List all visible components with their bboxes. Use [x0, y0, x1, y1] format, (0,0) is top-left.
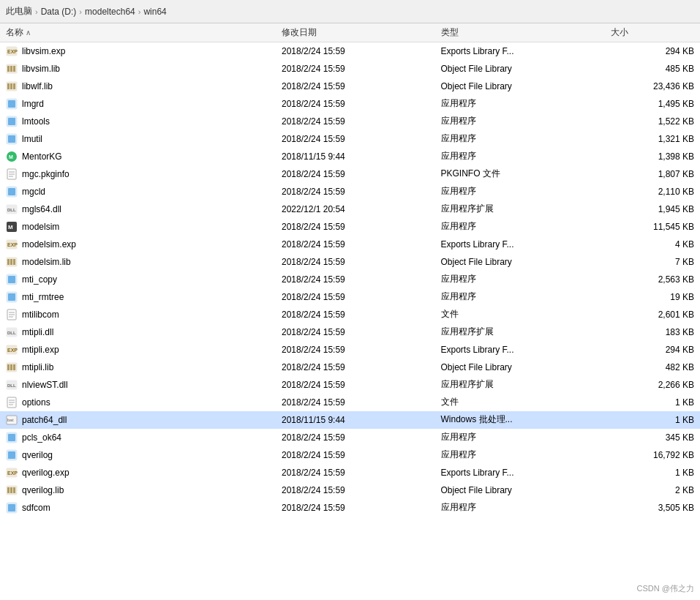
col-header-date[interactable]: 修改日期 [276, 23, 435, 42]
file-name: options [22, 397, 50, 408]
table-row[interactable]: sdfcom2018/2/24 15:59应用程序3,505 KB [0, 499, 700, 517]
file-date: 2018/2/24 15:59 [276, 323, 435, 341]
svg-text:DLL: DLL [7, 331, 16, 335]
table-row[interactable]: DLLmgls64.dll2022/12/1 20:54应用程序扩展1,945 … [0, 200, 700, 218]
file-name-cell: DLLnlviewST.dll [0, 376, 276, 394]
file-name-cell: mti_rmtree [0, 288, 276, 306]
file-type: 文件 [435, 394, 605, 411]
table-row[interactable]: modelsim.lib2018/2/24 15:59Object File L… [0, 253, 700, 271]
file-date: 2018/2/24 15:59 [276, 183, 435, 200]
file-size: 2,110 KB [605, 183, 701, 200]
table-row[interactable]: EXPlibvsim.exp2018/2/24 15:59Exports Lib… [0, 42, 700, 60]
col-header-size[interactable]: 大小 [605, 23, 701, 42]
table-row[interactable]: EXPqverilog.exp2018/2/24 15:59Exports Li… [0, 464, 700, 481]
breadcrumb-modeltech64[interactable]: modeltech64 [85, 7, 135, 17]
file-container: 名称 ∧ 修改日期 类型 大小 EXPlibvsim.exp2018/2/24 … [0, 23, 700, 580]
table-row[interactable]: MMentorKG2018/11/15 9:44应用程序1,398 KB [0, 148, 700, 165]
svg-rect-47 [7, 364, 10, 370]
file-size: 1,522 KB [605, 113, 701, 130]
svg-rect-37 [8, 293, 15, 301]
table-row[interactable]: pcls_ok642018/2/24 15:59应用程序345 KB [0, 429, 700, 446]
svg-rect-33 [13, 259, 15, 265]
table-row[interactable]: mgcld2018/2/24 15:59应用程序2,110 KB [0, 183, 700, 200]
file-name: mgls64.dll [22, 204, 61, 214]
file-date: 2018/2/24 15:59 [276, 341, 435, 359]
file-type: Object File Library [435, 78, 605, 95]
table-row[interactable]: mtipli.lib2018/2/24 15:59Object File Lib… [0, 359, 700, 376]
file-date: 2018/2/24 15:59 [276, 113, 435, 130]
file-name-cell: MMentorKG [0, 148, 276, 165]
table-row[interactable]: libvsim.lib2018/2/24 15:59Object File Li… [0, 60, 700, 78]
file-name: libvsim.lib [22, 64, 60, 74]
file-size: 1,945 KB [605, 200, 701, 218]
file-type: 应用程序 [435, 95, 605, 113]
svg-rect-69 [8, 504, 15, 511]
file-type: 应用程序扩展 [435, 376, 605, 394]
file-icon [6, 116, 18, 127]
file-type: Exports Library F... [435, 341, 605, 359]
table-row[interactable]: EXPmtipli.exp2018/2/24 15:59Exports Libr… [0, 341, 700, 359]
table-row[interactable]: lmtools2018/2/24 15:59应用程序1,522 KB [0, 113, 700, 130]
breadcrumb-win64[interactable]: win64 [143, 7, 166, 17]
file-name: lmutil [22, 134, 42, 144]
file-name-cell: lmtools [0, 113, 276, 130]
table-row[interactable]: Mmodelsim2018/2/24 15:59应用程序11,545 KB [0, 218, 700, 236]
file-name: mgcld [22, 187, 45, 197]
file-size: 1 KB [605, 464, 701, 481]
file-name-cell: libwlf.lib [0, 78, 276, 95]
file-date: 2022/12/1 20:54 [276, 200, 435, 218]
file-name-cell: DLLmgls64.dll [0, 200, 276, 218]
file-size: 1,495 KB [605, 95, 701, 113]
table-row[interactable]: mtilibcom2018/2/24 15:59文件2,601 KB [0, 306, 700, 323]
file-icon [6, 98, 18, 110]
file-type: Object File Library [435, 481, 605, 499]
file-name: MentorKG [22, 151, 62, 162]
file-name-cell: DLLmtipli.dll [0, 323, 276, 341]
file-name-cell: EXPmtipli.exp [0, 341, 276, 359]
file-type: 应用程序 [435, 271, 605, 288]
svg-text:EXP: EXP [7, 470, 18, 476]
file-date: 2018/2/24 15:59 [276, 429, 435, 446]
table-row[interactable]: qverilog2018/2/24 15:59应用程序16,792 KB [0, 446, 700, 464]
table-row[interactable]: EXPmodelsim.exp2018/2/24 15:59Exports Li… [0, 236, 700, 253]
file-name: qverilog.exp [22, 468, 69, 478]
table-row[interactable]: mti_copy2018/2/24 15:59应用程序2,563 KB [0, 271, 700, 288]
file-date: 2018/2/24 15:59 [276, 78, 435, 95]
table-row[interactable]: lmgrd2018/2/24 15:59应用程序1,495 KB [0, 95, 700, 113]
col-header-type[interactable]: 类型 [435, 23, 605, 42]
breadcrumb-thispc[interactable]: 此电脑 [6, 5, 32, 18]
table-row[interactable]: mti_rmtree2018/2/24 15:59应用程序19 KB [0, 288, 700, 306]
file-name: nlviewST.dll [22, 380, 68, 390]
table-row[interactable]: batpatch64_dll2018/11/15 9:44Windows 批处理… [0, 411, 700, 429]
file-name-cell: lmutil [0, 130, 276, 148]
file-icon [6, 309, 18, 320]
table-row[interactable]: options2018/2/24 15:59文件1 KB [0, 394, 700, 411]
svg-text:DLL: DLL [7, 208, 16, 212]
file-type: 应用程序 [435, 288, 605, 306]
table-row[interactable]: DLLnlviewST.dll2018/2/24 15:59应用程序扩展2,26… [0, 376, 700, 394]
table-row[interactable]: lmutil2018/2/24 15:59应用程序1,321 KB [0, 130, 700, 148]
file-name: sdfcom [22, 503, 50, 513]
file-size: 3,505 KB [605, 499, 701, 517]
svg-rect-66 [10, 487, 12, 493]
table-row[interactable]: DLLmtipli.dll2018/2/24 15:59应用程序扩展183 KB [0, 323, 700, 341]
file-name-cell: mti_copy [0, 271, 276, 288]
file-table: 名称 ∧ 修改日期 类型 大小 EXPlibvsim.exp2018/2/24 … [0, 23, 700, 517]
file-icon: DLL [6, 203, 18, 215]
file-icon: EXP [6, 239, 18, 250]
file-date: 2018/2/24 15:59 [276, 165, 435, 183]
col-header-name[interactable]: 名称 ∧ [0, 23, 276, 42]
svg-rect-32 [10, 259, 12, 265]
breadcrumb-datad[interactable]: Data (D:) [41, 7, 77, 17]
table-row[interactable]: libwlf.lib2018/2/24 15:59Object File Lib… [0, 78, 700, 95]
file-size: 294 KB [605, 341, 701, 359]
svg-rect-13 [8, 118, 15, 125]
file-name: mtipli.exp [22, 345, 59, 355]
table-row[interactable]: mgc.pkginfo2018/2/24 15:59PKGINFO 文件1,80… [0, 165, 700, 183]
file-type: 应用程序 [435, 429, 605, 446]
file-icon: M [6, 151, 18, 162]
file-icon [6, 449, 18, 461]
file-type: Object File Library [435, 359, 605, 376]
file-size: 16,792 KB [605, 446, 701, 464]
table-row[interactable]: qverilog.lib2018/2/24 15:59Object File L… [0, 481, 700, 499]
